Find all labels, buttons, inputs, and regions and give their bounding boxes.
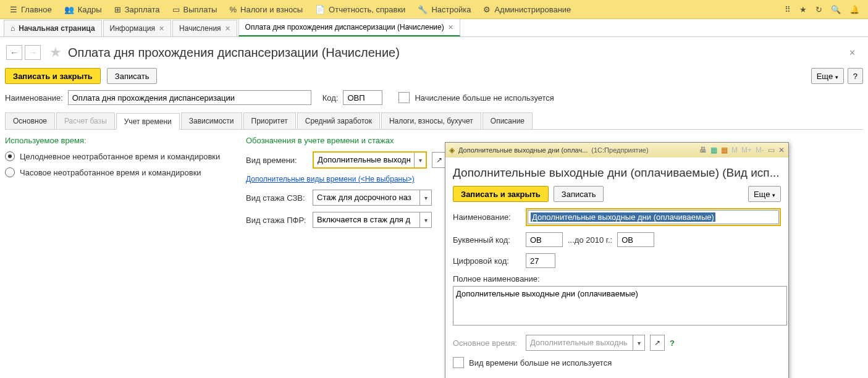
popup-full-textarea[interactable] <box>453 286 787 326</box>
popup-full-label: Полное наименование: <box>453 274 781 284</box>
tab-label: Начальная страница <box>19 24 95 33</box>
nav-kadry[interactable]: 👥Кадры <box>58 0 108 19</box>
popup-letter-label: Буквенный код: <box>453 235 521 245</box>
chevron-down-icon[interactable]: ▾ <box>414 153 426 167</box>
subtab-sredniy[interactable]: Средний заработок <box>297 112 380 129</box>
minimize-icon[interactable]: ▭ <box>768 146 775 154</box>
name-input[interactable] <box>68 90 311 105</box>
nav-vyplaty[interactable]: ▭Выплаты <box>166 0 224 19</box>
search-icon[interactable]: 🔍 <box>831 5 841 14</box>
history-icon[interactable]: ↻ <box>815 5 822 14</box>
pfr-select[interactable]: ▾ <box>313 212 432 228</box>
home-icon: ⌂ <box>11 24 15 33</box>
popup-until-input[interactable] <box>617 232 654 247</box>
popup-title: Дополнительные выходные дни (оплачиваемы… <box>453 166 781 180</box>
popup-titlebar[interactable]: ◈ Дополнительные выходные дни (оплач... … <box>445 143 788 158</box>
m-icon[interactable]: M <box>731 146 738 154</box>
more-label: Еще <box>754 190 770 199</box>
unused-checkbox[interactable] <box>398 92 410 103</box>
szv-input[interactable] <box>313 190 419 204</box>
help-button[interactable]: ? <box>848 68 863 84</box>
apps-icon[interactable]: ⠿ <box>785 5 791 14</box>
nav-label: Администрирование <box>494 5 571 14</box>
tab-active[interactable]: Оплата дня прохождения диспансеризации (… <box>238 19 460 36</box>
nav-label: Отчетность, справки <box>329 5 405 14</box>
popup-save-button[interactable]: Записать <box>554 186 604 202</box>
popup-open-button[interactable]: ↗ <box>650 335 665 351</box>
code-input[interactable] <box>343 90 382 105</box>
close-icon[interactable]: ✕ <box>225 25 230 33</box>
radio-hourly[interactable]: Часовое неотработанное время и командиро… <box>5 167 227 177</box>
bell-icon[interactable]: 🔔 <box>849 5 859 14</box>
doc-icon: 📄 <box>315 5 325 14</box>
subtab-osnovnoe[interactable]: Основное <box>5 112 55 129</box>
szv-select[interactable]: ▾ <box>313 190 432 206</box>
print-icon[interactable]: 🖶 <box>699 146 707 154</box>
subtab-nalogi[interactable]: Налоги, взносы, бухучет <box>381 112 481 129</box>
popup-save-close-button[interactable]: Записать и закрыть <box>453 186 549 202</box>
tab-home[interactable]: ⌂Начальная страница <box>4 20 102 36</box>
subtab-uchet[interactable]: Учет времени <box>116 113 180 130</box>
popup-base-select[interactable]: ▾ <box>526 335 645 351</box>
popup-digit-input[interactable] <box>526 253 555 268</box>
pfr-input[interactable] <box>313 212 419 226</box>
pfr-label: Вид стажа ПФР: <box>246 216 308 225</box>
save-button[interactable]: Записать <box>107 68 158 84</box>
nav-nalogi[interactable]: %Налоги и взносы <box>223 0 309 19</box>
forward-button[interactable]: → <box>25 45 41 60</box>
subtab-opisanie[interactable]: Описание <box>482 112 533 129</box>
nav-label: Кадры <box>78 5 102 14</box>
favorite-star-icon[interactable]: ★ <box>49 44 62 61</box>
nav-otchet[interactable]: 📄Отчетность, справки <box>309 0 411 19</box>
nav-admin[interactable]: ⚙Администрирование <box>477 0 577 19</box>
star-icon[interactable]: ★ <box>799 5 807 14</box>
close-icon[interactable]: ✕ <box>778 146 785 154</box>
save-close-button[interactable]: Записать и закрыть <box>5 68 101 84</box>
nav-main[interactable]: ☰Главное <box>4 0 58 19</box>
time-type-input[interactable] <box>314 153 414 166</box>
help-icon[interactable]: ? <box>670 338 675 348</box>
page-header: ← → ★ Оплата дня прохождения диспансериз… <box>0 37 868 65</box>
main-nav: ☰Главное 👥Кадры ⊞Зарплата ▭Выплаты %Нало… <box>0 0 868 19</box>
more-button[interactable]: Еще ▾ <box>811 68 844 84</box>
calendar-icon[interactable]: ▦ <box>721 146 728 154</box>
nav-zarplata[interactable]: ⊞Зарплата <box>108 0 166 19</box>
tab-nachisl[interactable]: Начисления✕ <box>172 20 237 36</box>
time-type-label: Вид времени: <box>246 156 308 165</box>
popup-name-wrap: Дополнительные выходные дни (оплачиваемы… <box>526 208 781 226</box>
tab-info[interactable]: Информация✕ <box>103 20 171 36</box>
tab-label: Информация <box>110 24 155 33</box>
popup-name-input[interactable]: Дополнительные выходные дни (оплачиваемы… <box>531 212 715 222</box>
popup-more-button[interactable]: Еще ▾ <box>748 186 781 202</box>
code-label: Код: <box>322 93 339 103</box>
subtab-zavis[interactable]: Зависимости <box>181 112 242 129</box>
popup-window-subtitle: (1С:Предприятие) <box>591 146 648 154</box>
nav-label: Зарплата <box>125 5 160 14</box>
grid-icon[interactable]: ▦ <box>710 146 717 154</box>
chevron-down-icon[interactable]: ▾ <box>419 212 431 227</box>
radio-icon <box>5 167 15 177</box>
close-icon[interactable]: ✕ <box>448 23 453 32</box>
back-button[interactable]: ← <box>6 45 22 60</box>
page-title: Оплата дня прохождения диспансеризации (… <box>68 46 400 60</box>
chevron-down-icon[interactable]: ▾ <box>633 335 644 350</box>
radio-fullday[interactable]: Целодневное неотработанное время и коман… <box>5 151 227 161</box>
popup-letter-input[interactable] <box>526 232 563 247</box>
popup-base-input[interactable] <box>526 335 633 349</box>
toolbar: Записать и закрыть Записать Еще ▾ ? <box>0 65 868 86</box>
nav-label: Выплаты <box>183 5 217 14</box>
nav-label: Главное <box>21 5 52 14</box>
chevron-down-icon[interactable]: ▾ <box>419 190 431 205</box>
popup-unused-checkbox[interactable] <box>453 357 464 368</box>
menu-icon: ☰ <box>10 5 17 14</box>
time-type-select[interactable]: ▾ <box>313 151 427 169</box>
close-page-icon[interactable]: ✕ <box>849 48 856 57</box>
subtab-raschet[interactable]: Расчет базы <box>56 112 115 129</box>
wrench-icon: 🔧 <box>418 5 428 14</box>
extra-types-link[interactable]: Дополнительные виды времени (<Не выбраны… <box>246 175 457 183</box>
mminus-icon[interactable]: M- <box>756 146 764 154</box>
mplus-icon[interactable]: M+ <box>741 146 752 154</box>
nav-nastroika[interactable]: 🔧Настройка <box>411 0 477 19</box>
subtab-prioritet[interactable]: Приоритет <box>243 112 296 129</box>
close-icon[interactable]: ✕ <box>159 25 164 33</box>
